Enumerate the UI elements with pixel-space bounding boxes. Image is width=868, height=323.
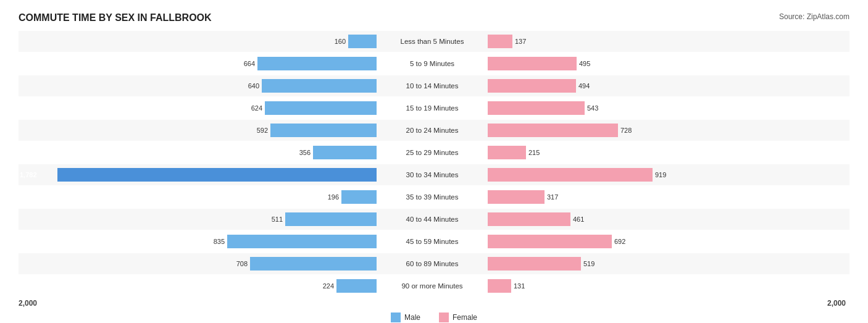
bar-label: 40 to 44 Minutes <box>377 216 488 223</box>
male-bar <box>257 57 377 70</box>
male-value: 511 <box>272 216 283 223</box>
female-bar <box>488 79 576 93</box>
bar-row: 1,78230 to 34 Minutes919 <box>19 164 849 185</box>
female-bar <box>488 235 612 248</box>
male-value: 624 <box>251 104 262 112</box>
male-bar <box>265 101 377 115</box>
female-value: 495 <box>579 60 590 67</box>
female-value: 215 <box>528 149 540 156</box>
bar-row: 59220 to 24 Minutes728 <box>19 120 849 141</box>
male-bar <box>341 190 377 204</box>
legend-female-box <box>439 313 449 322</box>
female-bar <box>488 279 511 293</box>
bar-label: 20 to 24 Minutes <box>377 127 488 134</box>
female-bar <box>488 257 581 271</box>
male-value: 356 <box>299 149 311 156</box>
legend-female: Female <box>439 313 477 322</box>
male-bar <box>270 124 377 137</box>
bar-label: Less than 5 Minutes <box>377 38 488 45</box>
bar-label: 15 to 19 Minutes <box>377 104 488 112</box>
female-value: 519 <box>583 260 595 267</box>
bar-label: 10 to 14 Minutes <box>377 82 488 90</box>
bar-label: 25 to 29 Minutes <box>377 149 488 156</box>
female-bar <box>488 168 653 182</box>
legend-male: Male <box>391 313 420 322</box>
male-bar <box>336 279 377 293</box>
bar-label: 5 to 9 Minutes <box>377 60 488 67</box>
bar-label: 90 or more Minutes <box>377 282 488 290</box>
bar-row: 19635 to 39 Minutes317 <box>19 187 849 208</box>
male-bar <box>57 168 377 182</box>
female-value: 728 <box>620 127 632 134</box>
male-value: 708 <box>236 260 248 267</box>
male-value: 1,782 <box>20 171 37 178</box>
bar-row: 62415 to 19 Minutes543 <box>19 98 849 119</box>
bar-row: 64010 to 14 Minutes494 <box>19 75 849 96</box>
female-value: 131 <box>514 282 525 290</box>
female-value: 137 <box>515 38 526 45</box>
male-bar <box>285 212 377 226</box>
bar-row: 51140 to 44 Minutes461 <box>19 209 849 230</box>
legend-male-box <box>391 313 401 322</box>
male-bar <box>250 257 377 271</box>
female-value: 919 <box>655 171 666 178</box>
male-value: 835 <box>214 238 225 245</box>
male-value: 160 <box>335 38 346 45</box>
bar-row: 35625 to 29 Minutes215 <box>19 142 849 163</box>
female-bar <box>488 146 526 159</box>
male-bar <box>348 35 377 48</box>
legend-male-label: Male <box>404 313 420 322</box>
male-value: 224 <box>323 282 334 290</box>
male-bar <box>313 146 377 159</box>
male-bar <box>262 79 377 93</box>
bar-row: 83545 to 59 Minutes692 <box>19 231 849 252</box>
male-value: 196 <box>328 193 339 201</box>
bar-row: 22490 or more Minutes131 <box>19 275 849 296</box>
bar-label: 35 to 39 Minutes <box>377 193 488 201</box>
bar-label: 45 to 59 Minutes <box>377 238 488 245</box>
legend: Male Female <box>19 313 849 322</box>
female-bar <box>488 124 618 137</box>
female-value: 317 <box>547 193 558 201</box>
female-value: 543 <box>587 104 598 112</box>
axis-right-label: 2,000 <box>827 299 846 308</box>
male-value: 592 <box>257 127 268 134</box>
female-bar <box>488 35 512 48</box>
male-bar <box>227 235 377 248</box>
chart-title: COMMUTE TIME BY SEX IN FALLBROOK <box>19 12 212 23</box>
axis-left-label: 2,000 <box>19 299 37 308</box>
female-value: 461 <box>573 216 584 223</box>
bar-row: 70860 to 89 Minutes519 <box>19 253 849 274</box>
chart-source: Source: ZipAtlas.com <box>779 12 849 21</box>
bar-label: 30 to 34 Minutes <box>377 171 488 178</box>
female-value: 494 <box>578 82 590 90</box>
axis-row: 2,000 2,000 <box>19 299 849 308</box>
female-value: 692 <box>614 238 625 245</box>
chart-area: 160Less than 5 Minutes1376645 to 9 Minut… <box>19 31 849 296</box>
female-bar <box>488 57 577 70</box>
female-bar <box>488 190 545 204</box>
bar-row: 160Less than 5 Minutes137 <box>19 31 849 52</box>
female-bar <box>488 212 570 226</box>
female-bar <box>488 101 585 115</box>
bar-label: 60 to 89 Minutes <box>377 260 488 267</box>
legend-female-label: Female <box>453 313 477 322</box>
bar-row: 6645 to 9 Minutes495 <box>19 53 849 74</box>
male-value: 664 <box>244 60 255 67</box>
male-value: 640 <box>248 82 259 90</box>
